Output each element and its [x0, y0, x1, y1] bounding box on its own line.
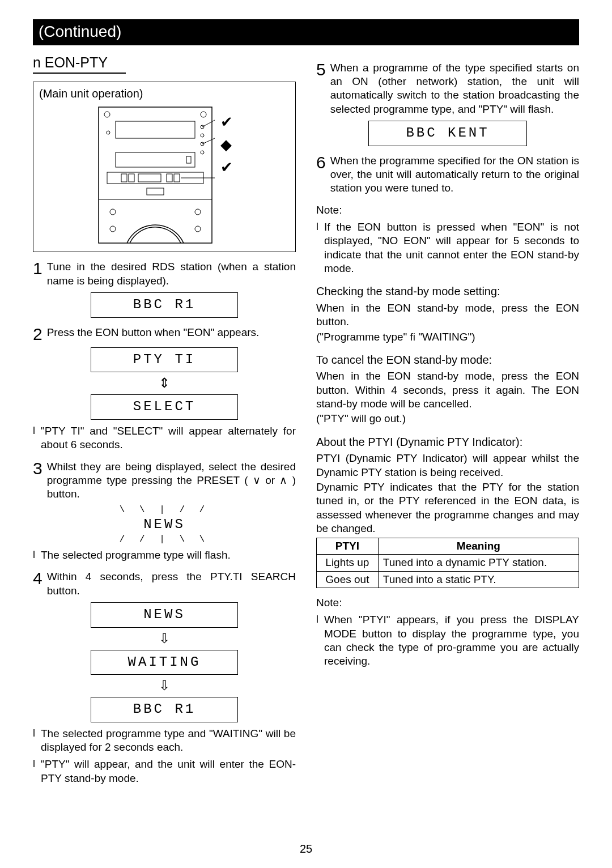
bullet-step4b: l "PTY" will appear, and the unit will e…: [33, 758, 296, 785]
step-number: 1: [33, 260, 42, 277]
display-bbc-r1: BBC R1: [91, 292, 238, 318]
svg-rect-9: [116, 152, 195, 167]
device-illustration-box: (Main unit operation): [33, 82, 296, 253]
bullet-text: The selected programme type will flash.: [41, 548, 231, 562]
banner-continued: (Continued): [33, 19, 579, 45]
page: (Continued) n EON-PTY (Main unit operati…: [0, 0, 612, 868]
th-meaning: Meaning: [378, 538, 579, 555]
cancel-heading: To cancel the EON stand-by mode:: [316, 353, 579, 368]
table-row: Goes out Tuned into a static PTY.: [317, 571, 579, 588]
display-news: NEWS: [91, 602, 238, 628]
display-stack-news-waiting-bbc: NEWS ⇩ WAITING ⇩ BBC R1: [91, 602, 238, 722]
svg-rect-10: [186, 156, 191, 163]
svg-line-24: [202, 138, 215, 144]
display-news-flashing: \ \ | / / NEWS / / | \ \: [113, 504, 215, 545]
display-stack-pty-select: PTY TI ⇕ SELECT: [91, 347, 238, 420]
arrow-down-icon: ⇩: [91, 628, 238, 650]
bullet-step4a: l The selected programme type and "WAITI…: [33, 727, 296, 755]
display-bbc-r1: BBC R1: [91, 697, 238, 722]
flash-marks: / / | \ \: [113, 534, 215, 545]
main-unit-drawing: [96, 104, 215, 246]
step-5: 5 When a programme of the type specified…: [316, 61, 579, 116]
cell-meaning: Tuned into a static PTY.: [378, 571, 579, 588]
bullet-marker: l: [316, 220, 318, 275]
svg-rect-17: [147, 188, 164, 195]
check-icon: ✔: [220, 160, 233, 175]
cell-lights-up: Lights up: [317, 555, 379, 571]
step-text: Within 4 seconds, press the PTY.TI SEARC…: [47, 570, 296, 598]
display-bbc-kent: BBC KENT: [368, 121, 527, 146]
svg-point-20: [110, 226, 116, 232]
bullet-marker: l: [33, 727, 35, 755]
svg-point-8: [107, 131, 110, 134]
flash-marks: \ \ | / /: [113, 504, 215, 516]
illustration-caption: (Main unit operation): [39, 87, 290, 101]
right-column: 5 When a programme of the type specified…: [316, 53, 579, 789]
bullet-text: "PTY TI" and "SELECT" will appear altern…: [41, 424, 296, 452]
step-6: 6 When the programme specified for the O…: [316, 154, 579, 195]
display-waiting: WAITING: [91, 650, 238, 675]
svg-point-5: [201, 134, 204, 137]
svg-rect-13: [129, 174, 134, 182]
note1-bullet: l If the EON button is pressed when "EON…: [316, 220, 579, 275]
step-text: When a programme of the type specified s…: [330, 61, 579, 116]
cell-meaning: Tuned into a dynamic PTY station.: [378, 555, 579, 571]
bullet-text: The selected programme type and "WAITING…: [41, 727, 296, 755]
title-underline: [33, 73, 126, 74]
arrow-updown-icon: ⇕: [91, 372, 238, 394]
bullet-step3: l The selected programme type will flash…: [33, 548, 296, 562]
section-title: n EON-PTY: [33, 53, 296, 71]
svg-point-7: [201, 151, 204, 154]
ptyi-p1: PTYI (Dynamic PTY Indicator) will appear…: [316, 452, 579, 479]
bullet-marker: l: [33, 548, 35, 562]
note-label: Note:: [316, 203, 579, 217]
step-text: Whilst they are being displayed, select …: [47, 460, 296, 501]
svg-point-1: [104, 112, 110, 117]
step-number: 6: [316, 154, 326, 171]
note1-text: If the EON button is pressed when "EON" …: [324, 220, 579, 275]
page-number: 25: [0, 842, 612, 857]
step-4: 4 Within 4 seconds, press the PTY.TI SEA…: [33, 570, 296, 598]
svg-line-23: [202, 120, 215, 127]
svg-rect-12: [121, 174, 127, 182]
step-1: 1 Tune in the desired RDS station (when …: [33, 260, 296, 288]
note2-text: When "PTYI" appears, if you press the DI…: [324, 613, 579, 668]
bullet-marker: l: [33, 758, 35, 785]
diamond-icon: ◆: [220, 137, 233, 152]
note-label: Note:: [316, 596, 579, 610]
display-news: NEWS: [113, 516, 215, 534]
svg-rect-14: [138, 174, 161, 182]
cell-goes-out: Goes out: [317, 571, 379, 588]
step-number: 5: [316, 61, 326, 78]
svg-rect-16: [174, 174, 180, 182]
callout-markers: ✔ ◆ ✔: [220, 104, 233, 175]
checking-p1: When in the EON stand-by mode, press the…: [316, 301, 579, 329]
check-icon: ✔: [220, 114, 233, 129]
table-row: PTYI Meaning: [317, 538, 579, 555]
note2-bullet: l When "PTYI" appears, if you press the …: [316, 613, 579, 668]
ptyi-heading: About the PTYI (Dynamic PTY Indicator):: [316, 435, 579, 450]
left-column: n EON-PTY (Main unit operation): [33, 53, 296, 789]
step-text: When the programme specified for the ON …: [330, 154, 579, 195]
step-number: 2: [33, 326, 42, 343]
svg-point-21: [195, 209, 201, 215]
display-pty-ti: PTY TI: [91, 347, 238, 373]
bullet-marker: l: [316, 613, 318, 668]
checking-heading: Checking the stand-by mode setting:: [316, 284, 579, 299]
svg-point-22: [195, 226, 201, 232]
ptyi-p2: Dynamic PTY indicates that the PTY for t…: [316, 480, 579, 535]
step-text: Tune in the desired RDS station (when a …: [47, 260, 296, 288]
ptyi-table: PTYI Meaning Lights up Tuned into a dyna…: [316, 538, 579, 588]
bullet-marker: l: [33, 424, 35, 452]
step-number: 4: [33, 570, 42, 587]
svg-rect-15: [167, 174, 172, 182]
th-ptyi: PTYI: [317, 538, 379, 555]
step-2: 2 Press the EON button when "EON" appear…: [33, 326, 296, 343]
bullet-text: "PTY" will appear, and the unit will ent…: [41, 758, 296, 785]
two-column-layout: n EON-PTY (Main unit operation): [33, 53, 579, 789]
cancel-p2: ("PTY" will go out.): [316, 412, 579, 426]
table-row: Lights up Tuned into a dynamic PTY stati…: [317, 555, 579, 571]
cancel-p1: When in the EON stand-by mode, press the…: [316, 369, 579, 411]
arrow-down-icon: ⇩: [91, 675, 238, 697]
checking-p2: ("Programme type" fi "WAITING"): [316, 330, 579, 344]
